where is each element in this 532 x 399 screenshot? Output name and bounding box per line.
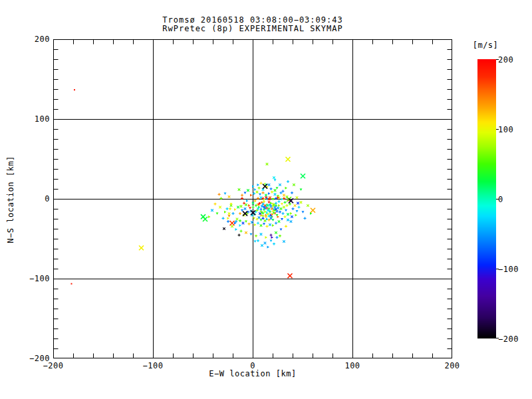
colorbar-tick-mark [496, 338, 499, 338]
plot-title-line-1: Tromsø 20160518 03:08:00−03:09:43 [53, 15, 452, 25]
colorbar-tick-label: −100 [498, 265, 519, 274]
colorbar-tick-mark [496, 199, 499, 200]
colorbar-tick-label: 0 [498, 195, 503, 204]
y-tick-label: 200 [13, 35, 50, 44]
colorbar-tick-mark [496, 129, 499, 130]
x-tick-label: 0 [250, 361, 255, 370]
colorbar-tick-mark [496, 59, 499, 60]
colorbar-tick-mark [496, 269, 499, 269]
x-tick-label: 100 [344, 361, 360, 370]
y-tick-label: −100 [13, 274, 50, 283]
x-tick-label: 200 [444, 361, 460, 370]
y-tick-label: −200 [13, 354, 50, 363]
colorbar-tick-label: 100 [498, 125, 513, 134]
skymap-canvas [53, 39, 452, 358]
colorbar-canvas [477, 59, 496, 338]
colorbar-unit-label: [m/s] [468, 41, 503, 50]
colorbar-tick-label: −200 [498, 334, 519, 344]
y-tick-label: 0 [13, 194, 50, 203]
colorbar-tick-label: 200 [498, 55, 513, 65]
colorbar [477, 59, 496, 338]
skymap-figure: Tromsø 20160518 03:08:00−03:09:43 RwPret… [0, 0, 532, 399]
plot-title-line-2: RwPretec (8p) EXPERIMENTAL SKYMAP [53, 24, 452, 33]
plot-area [53, 39, 452, 358]
x-axis-label: E−W location [km] [53, 369, 452, 378]
x-tick-label: −100 [143, 361, 164, 370]
y-tick-label: 100 [13, 114, 50, 124]
